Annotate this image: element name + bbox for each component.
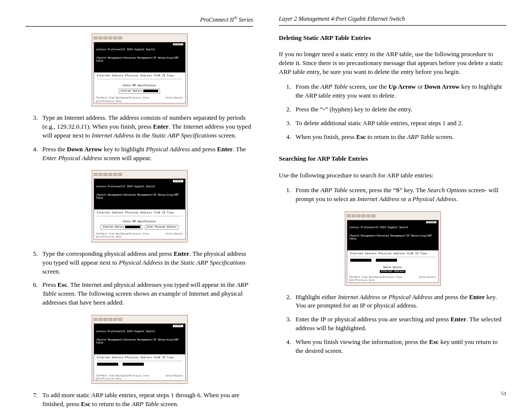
terminal-screenshot: Linksys ProConnectII 2024 Gigabit Switch…	[345, 211, 441, 286]
terminal-footer: Tab=Next Item BackSpace=Previous Item Qu…	[94, 232, 185, 239]
deleting-intro: If you no longer need a static entry in …	[279, 50, 506, 76]
searching-intro: Use the following procedure to search fo…	[279, 171, 506, 180]
del-step-3: To delete additional static ARP table en…	[293, 119, 506, 128]
del-step-4: When you finish, press Esc to return to …	[293, 133, 506, 141]
srch-step-1: From the ARP Table screen, press the “S”…	[293, 186, 506, 204]
left-steps-5: Type the corresponding physical address …	[26, 249, 253, 312]
terminal-screenshot: Linksys ProConnectII 2024 Gigabit Switch…	[92, 34, 188, 106]
terminal-header: Linksys ProConnectII 2024 Gigabit Switch…	[347, 220, 438, 251]
terminal-body: Internet Address Physical Address VLAN I…	[94, 354, 185, 374]
srch-step-4: When you finish viewing the information,…	[293, 338, 506, 355]
searching-steps: From the ARP Table screen, press the “S”…	[279, 186, 506, 208]
del-step-2: Press the “-” (hyphen) key to delete the…	[293, 105, 506, 114]
window-toolbar	[94, 171, 186, 177]
terminal-header: Linksys ProConnectII 2024 Gigabit Switch…	[94, 179, 185, 209]
searching-steps-2: Highlight either Internet Address or Phy…	[279, 293, 506, 361]
left-page: ProConnect II® Series Linksys ProConnect…	[24, 15, 254, 397]
terminal-screenshot: Linksys ProConnectII 2024 Gigabit Switch…	[92, 315, 188, 384]
deleting-steps: From the ARP Table screen, use the Up Ar…	[279, 82, 506, 146]
header-series: ProConnect II® Series	[200, 16, 253, 23]
terminal-header: Linksys ProConnectII 2024 Gigabit Switch…	[94, 42, 185, 73]
heading-deleting: Deleting Static ARP Table Entries	[279, 34, 506, 42]
right-page-header: Layer 2 Management 4-Port Gigabit Ethern…	[279, 15, 506, 26]
screenshot-1-wrap: Linksys ProConnectII 2024 Gigabit Switch…	[26, 34, 253, 106]
srch-step-2: Highlight either Internet Address or Phy…	[293, 293, 506, 310]
terminal-screenshot: Linksys ProConnectII 2024 Gigabit Switch…	[92, 170, 188, 242]
step-5: Type the corresponding physical address …	[39, 249, 253, 276]
page-number-right: 51	[279, 390, 506, 397]
terminal-footer: Tab=Next Item BackSpace=Previous Item Qu…	[94, 96, 185, 103]
right-page: Layer 2 Management 4-Port Gigabit Ethern…	[278, 15, 508, 397]
window-toolbar	[347, 213, 439, 219]
window-toolbar	[94, 316, 186, 322]
left-steps-7: To add more static ARP table entries, re…	[26, 391, 253, 411]
screenshot-2-wrap: Linksys ProConnectII 2024 Gigabit Switch…	[26, 170, 253, 242]
left-page-header: ProConnect II® Series	[26, 15, 253, 27]
screenshot-3-wrap: Linksys ProConnectII 2024 Gigabit Switch…	[26, 315, 253, 384]
del-step-1: From the ARP Table screen, use the Up Ar…	[293, 82, 506, 100]
step-6: Press Esc. The Internet and physical add…	[39, 280, 253, 307]
terminal-body: Internet Address Physical Address VLAN I…	[94, 209, 185, 232]
step-4: Press the Down Arrow key to highlight Ph…	[39, 145, 253, 163]
srch-step-3: Enter the IP or physical address you are…	[293, 315, 506, 333]
step-3: Type an Internet address. The address co…	[39, 113, 253, 140]
window-toolbar	[94, 35, 186, 41]
terminal-body: Internet Address Physical Address VLAN I…	[347, 250, 438, 275]
heading-searching: Searching for ARP Table Entries	[279, 154, 506, 163]
terminal-header: Linksys ProConnectII 2024 Gigabit Switch…	[94, 324, 185, 354]
step-7: To add more static ARP table entries, re…	[39, 391, 253, 409]
screenshot-4-wrap: Linksys ProConnectII 2024 Gigabit Switch…	[279, 211, 506, 286]
terminal-footer: Tab=Next Item BackSpace=Previous Item Qu…	[94, 374, 185, 380]
terminal-body: Internet Address Physical Address VLAN I…	[94, 72, 185, 96]
left-steps-3: Type an Internet address. The address co…	[26, 113, 253, 168]
terminal-footer: Tab=Next Item BackSpace=Previous Item Qu…	[347, 275, 438, 282]
